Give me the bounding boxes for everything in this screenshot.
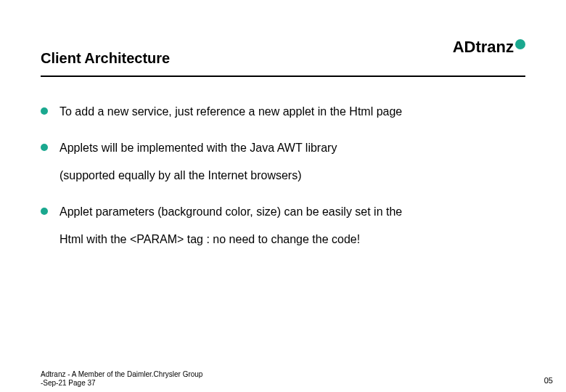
footer: Adtranz - A Member of the Daimler.Chrysl… [41,370,202,388]
footer-line2: -Sep-21 Page 37 [41,379,202,388]
bullet-text-line2: (supported equally by all the Internet b… [60,167,525,184]
list-item: To add a new service, just reference a n… [41,103,525,121]
footer-line1: Adtranz - A Member of the Daimler.Chrysl… [41,370,202,379]
brand-logo-text: ADtranz [453,39,514,55]
bullet-list: To add a new service, just reference a n… [41,103,525,248]
list-item: Applets will be implemented with the Jav… [41,139,525,184]
bullet-text: To add a new service, just reference a n… [60,105,402,118]
brand-logo: ADtranz [453,39,525,67]
bullet-text: Applet parameters (background color, siz… [60,205,402,218]
slide: Client Architecture ADtranz To add a new… [0,0,566,392]
page-title: Client Architecture [41,50,170,67]
list-item: Applet parameters (background color, siz… [41,203,525,248]
brand-logo-wrap: ADtranz [453,39,525,67]
header-divider [41,75,525,77]
header-row: Client Architecture ADtranz [41,39,525,67]
bullet-text: Applets will be implemented with the Jav… [60,142,337,154]
brand-dot-icon [515,39,525,49]
page-number: 05 [544,376,553,385]
bullet-text-line2: Html with the <PARAM> tag : no need to c… [60,231,525,248]
